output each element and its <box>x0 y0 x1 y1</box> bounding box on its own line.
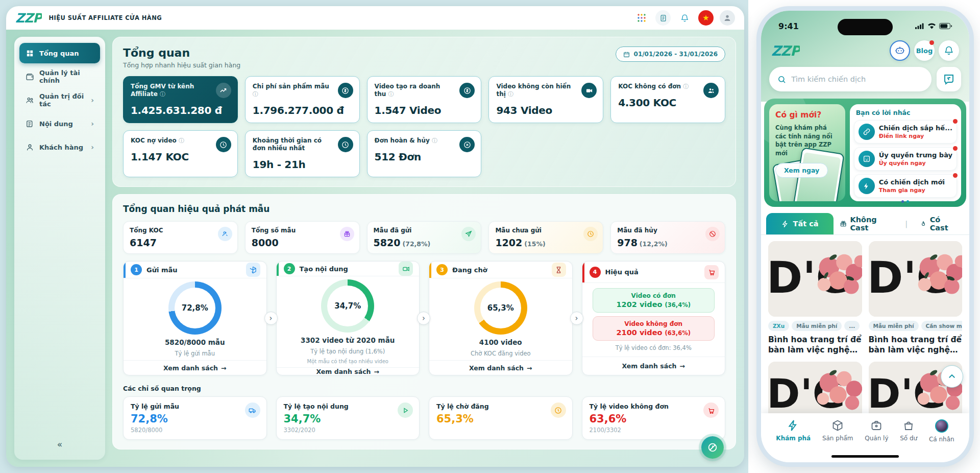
funnel-stage-1: 1 Gửi mẫu 72,8% 5820/8000 mẫu Tỷ lệ gửi … <box>123 261 267 375</box>
stat-samples-cancelled: Mẫu đã hủy 978(12,2%) <box>610 221 725 254</box>
campaign-tabs: Tất cả Không Cast | Có Cast <box>761 213 969 235</box>
product-tags: ZXu Mẫu miễn phí ... <box>768 321 862 331</box>
reminder-action[interactable]: Ủy quyền ngay <box>879 160 952 167</box>
desktop-background: ZZP HIỆU SUẤT AFFILIATE CỬA HÀNG ★ <box>0 0 748 473</box>
info-icon[interactable]: ⓘ <box>683 83 689 90</box>
reminder-campaign-ending[interactable]: Chiến dịch sắp hế... Điền link ngay <box>854 120 957 144</box>
stat-total-samples: Tổng số mẫu 8000 <box>245 221 360 254</box>
see-now-button[interactable]: Xem ngay <box>775 163 828 178</box>
tab-no-cast[interactable]: Không Cast <box>834 216 899 232</box>
sidebar-item-finance[interactable]: Quản lý tài chính <box>19 66 100 87</box>
kpi-card-hidden-videos: Video không còn hiển thị ⓘ 943 Video <box>488 76 603 123</box>
stat-samples-sent: Mẫu đã gửi 5820(72,8%) <box>367 221 482 254</box>
sidebar-item-customers[interactable]: Khách hàng › <box>19 137 100 157</box>
overview-header: Tổng quan Tổng hợp nhanh hiệu suất gian … <box>123 46 725 69</box>
gift-icon <box>840 220 847 228</box>
nav-explore[interactable]: Khám phá <box>776 419 811 462</box>
reminder-new-campaign[interactable]: Có chiến dịch mới Tham gia ngay <box>854 174 957 198</box>
section-title: Tổng quan hiệu quả phát mẫu <box>123 204 725 214</box>
reminder-action[interactable]: Tham gia ngay <box>879 187 945 194</box>
box-icon <box>246 263 260 277</box>
assistant-off-floating-button[interactable] <box>701 436 724 459</box>
sidebar-item-overview[interactable]: Tổng quan <box>19 43 100 63</box>
chatbot-icon[interactable] <box>890 40 910 61</box>
search-input[interactable] <box>791 75 923 83</box>
dynamic-island <box>838 19 893 35</box>
notifications-bell-icon[interactable] <box>677 10 692 26</box>
kpi-row-2: KOC nợ video ⓘ 1.147 KOC Khoảng thời gia… <box>123 130 725 177</box>
product-card[interactable]: D'G ZXu Mẫu miễn phí ... Bình hoa trang … <box>768 241 862 355</box>
display-icon <box>859 151 875 167</box>
metrics-row: Tỷ lệ gửi mẫu 72,8% 5820/8000 Tỷ lệ tạo … <box>123 396 725 440</box>
metric-waiting-rate: Tỷ lệ chờ đăng 65,3% <box>429 396 573 440</box>
info-icon[interactable]: ⓘ <box>508 91 513 98</box>
product-title[interactable]: Bình hoa trang trí để bàn làm việc nghệ … <box>768 335 862 355</box>
next-stage-button[interactable]: › <box>417 312 430 325</box>
sidebar-item-label: Nội dung <box>39 120 73 128</box>
info-icon[interactable]: ⓘ <box>388 91 394 98</box>
info-icon[interactable]: ⓘ <box>160 91 165 98</box>
product-image[interactable]: D'G <box>869 241 963 317</box>
topbar: ZZP HIỆU SUẤT AFFILIATE CỬA HÀNG ★ <box>6 6 744 30</box>
date-range-picker[interactable]: 01/01/2026 - 31/01/2026 <box>616 46 725 62</box>
funnel-row: 1 Gửi mẫu 72,8% 5820/8000 mẫu Tỷ lệ gửi … <box>123 261 725 375</box>
reminders-card: Bạn có lời nhắc Chiến dịch sắp hế... Điề… <box>850 104 961 201</box>
view-list-link[interactable]: Xem danh sách → <box>124 360 266 375</box>
sidebar-item-content[interactable]: Nội dung › <box>19 113 100 134</box>
zzp-logo: ZZP <box>15 11 42 26</box>
product-card[interactable]: D'G Mẫu miễn phí Cần show mặt Bình hoa t… <box>869 241 963 355</box>
report-icon[interactable] <box>655 10 671 26</box>
product-grid: D'G ZXu Mẫu miễn phí ... Bình hoa trang … <box>761 235 969 422</box>
view-list-link[interactable]: Xem danh sách → <box>277 367 420 375</box>
donut-chart-waiting-rate: 65,3% <box>474 281 527 335</box>
next-stage-button[interactable]: › <box>264 312 278 325</box>
videos-with-orders-pill: Video có đơn 1202 video (36,4%) <box>593 288 715 313</box>
x-circle-icon <box>459 137 475 152</box>
stat-total-koc: Tổng KOC 6147 <box>123 221 238 254</box>
view-list-link[interactable]: Xem danh sách → <box>582 357 725 375</box>
reminder-display-authorization[interactable]: Ủy quyền trưng bày Ủy quyền ngay <box>854 147 957 171</box>
tab-has-cast[interactable]: Có Cast <box>914 216 964 232</box>
reminders-pagination[interactable] <box>854 198 957 204</box>
whats-new-card[interactable]: Có gì mới? Cùng khám phá các tính năng n… <box>769 104 845 201</box>
reminder-action[interactable]: Điền link ngay <box>879 133 952 139</box>
bag-icon <box>902 419 915 432</box>
sample-performance-panel: Tổng quan hiệu quả phát mẫu Tổng KOC 614… <box>112 194 736 450</box>
filter-button[interactable] <box>937 67 961 91</box>
ban-icon <box>705 227 720 241</box>
stage-number-badge: 3 <box>436 264 448 275</box>
clock-icon <box>583 227 598 241</box>
screenshot-root: ZZP HIỆU SUẤT AFFILIATE CỬA HÀNG ★ <box>0 0 980 473</box>
calendar-icon <box>623 51 630 58</box>
account-avatar-icon[interactable] <box>720 10 735 26</box>
info-icon[interactable]: ⓘ <box>253 91 258 98</box>
tab-all[interactable]: Tất cả <box>766 213 834 234</box>
metric-content-rate: Tỷ lệ tạo nội dung 34,7% 3302/2020 <box>276 396 420 440</box>
notification-dot <box>953 173 958 178</box>
trend-up-icon <box>216 83 231 98</box>
promo-title: Có gì mới? <box>775 110 839 120</box>
cube-icon <box>831 419 844 432</box>
sidebar-item-partners[interactable]: Quản trị đối tác › <box>19 90 100 110</box>
search-bar[interactable] <box>769 67 932 91</box>
info-icon[interactable]: ⓘ <box>432 137 437 144</box>
video-camera-icon <box>581 83 597 98</box>
next-stage-button[interactable]: › <box>570 312 583 325</box>
nav-balance[interactable]: Số dư <box>900 419 917 462</box>
kpi-card-peak-hours: Khoảng thời gian có đơn nhiều nhất 19h -… <box>245 130 360 177</box>
blog-button[interactable]: Blog <box>914 40 935 61</box>
sidebar-collapse-button[interactable]: « <box>19 435 100 454</box>
scroll-to-top-button[interactable] <box>941 365 963 388</box>
product-title[interactable]: Bình hoa trang trí để bàn làm việc nghệ … <box>869 335 963 355</box>
view-list-link[interactable]: Xem danh sách → <box>429 360 572 375</box>
kpi-card-gmv: Tổng GMV từ kênh Affiliate ⓘ 1.425.631.2… <box>123 76 238 123</box>
nav-profile[interactable]: Cá nhân <box>929 419 954 462</box>
language-flag-icon[interactable]: ★ <box>698 10 714 26</box>
app-title: HIỆU SUẤT AFFILIATE CỬA HÀNG <box>49 14 162 21</box>
product-image[interactable]: D'G <box>768 241 862 317</box>
bell-icon[interactable] <box>939 40 959 61</box>
kpi-card-koc-no-order: KOC không có đơn ⓘ 4.300 KOC <box>610 76 725 123</box>
apps-grid-icon[interactable] <box>634 10 649 26</box>
notification-dot <box>929 40 934 45</box>
info-icon[interactable]: ⓘ <box>179 137 184 144</box>
